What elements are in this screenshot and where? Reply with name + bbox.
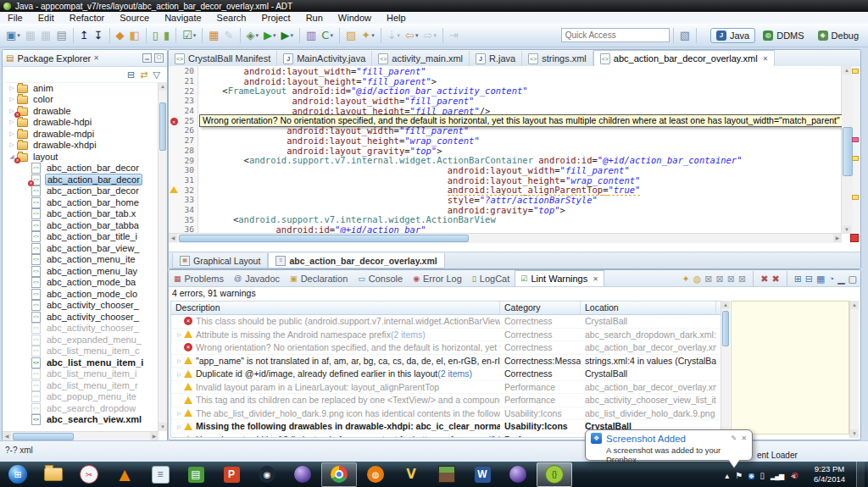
view-tab-declaration[interactable]: ▣Declaration (285, 271, 353, 286)
save-all-button[interactable]: ▦ (39, 27, 53, 44)
tree-item-abc_action_bar_title_i[interactable]: <>abc_action_bar_title_i (3, 231, 159, 243)
dropdown-arrow-icon[interactable]: ▾ (398, 32, 401, 39)
lightbulb-button[interactable]: ◍ (693, 274, 702, 285)
dropdown-arrow-icon[interactable]: ▾ (330, 32, 333, 39)
tree-item-abc_activity_chooser_[interactable]: <>abc_activity_chooser_ (3, 323, 159, 335)
lint-vertical-scrollbar[interactable]: ▲ ▼ (721, 301, 730, 438)
tree-item-abc_search_view.xml[interactable]: <>abc_search_view.xml (3, 414, 159, 426)
menu-window[interactable]: Window (331, 12, 379, 24)
dropbox-notification[interactable]: ❖ Screenshot Added ✎ ✕ A screenshot was … (585, 429, 753, 461)
collapse-all-button[interactable]: ⊟ (805, 274, 813, 285)
code-line-33[interactable]: 33 style="?attr/actionBarStyle" (169, 195, 842, 205)
notification-settings-icon[interactable]: ✎ (732, 434, 737, 442)
tree-item-abc_popup_menu_ite[interactable]: <>abc_popup_menu_ite (3, 391, 159, 403)
taskbar-windows-explorer-icon[interactable] (36, 463, 70, 486)
coverage-button[interactable]: ▥ (304, 27, 318, 44)
warning-marker[interactable] (852, 195, 859, 200)
tree-item-abc_action_menu_ite[interactable]: <>abc_action_menu_ite (3, 254, 159, 266)
tree-item-drawable-mdpi[interactable]: ▷drawable-mdpi (3, 128, 159, 140)
tree-item-abc_list_menu_item_i[interactable]: <>abc_list_menu_item_i (3, 357, 159, 368)
lint-row[interactable]: Invalid layout param in a LinearLayout: … (171, 381, 721, 395)
ignore-file-button[interactable]: ⊠ (716, 274, 724, 285)
run-lint-button[interactable]: ✦ (682, 274, 689, 285)
code-line-30[interactable]: 30 android:layout_width="fill_parent" (169, 165, 842, 175)
taskbar-powerpoint-icon[interactable]: P (214, 463, 248, 486)
editor-tab-strings-xml[interactable]: <>strings.xml (522, 51, 593, 66)
taskbar-chrome-icon[interactable] (321, 462, 357, 487)
editor-tab-abc-action-bar-decor-overlay-xml[interactable]: <>abc_action_bar_decor_overlay.xml✕ (593, 50, 775, 66)
menu-source[interactable]: Source (112, 12, 157, 24)
editor-tab-activity-main-xml[interactable]: <>activity_main.xml (372, 51, 470, 66)
open-type-button[interactable]: ▦ (207, 27, 220, 44)
taskbar-movie-maker-icon[interactable]: ▤ (179, 463, 213, 486)
columns-button[interactable]: ▦ (816, 274, 825, 285)
tray-show-hidden-icons-icon[interactable]: ▴ (725, 467, 729, 482)
tray-network-icon[interactable]: ▂▄▆ (771, 467, 783, 482)
tree-item-abc_action_mode_clo[interactable]: <>abc_action_mode_clo (3, 288, 159, 300)
items-link[interactable]: (2 items) (487, 434, 500, 438)
last-edit-location-button[interactable]: ⇥ (448, 27, 460, 44)
save-button[interactable]: ▦ (24, 27, 37, 44)
minimize-view-button[interactable]: ▁ (142, 53, 152, 63)
tree-item-abc_action_bar_decor[interactable]: <>abc_action_bar_decor (3, 163, 159, 174)
expand-arrow-icon[interactable]: ▷ (175, 357, 183, 363)
editor-overview-ruler[interactable]: ▲ ▼ (841, 66, 860, 234)
lint-row[interactable]: ▷"app_name" is not translated in af, am,… (171, 355, 721, 368)
lint-row[interactable]: ▷Duplicate id @+id/image, already define… (171, 368, 721, 381)
new-wizard-button[interactable]: ▣▾ (4, 27, 22, 44)
taskbar-snipping-tool-icon[interactable]: ✂ (72, 463, 106, 486)
code-line-31[interactable]: 31 android:layout_height="wrap_content" (169, 175, 842, 185)
remove-button[interactable]: ✖ (760, 274, 768, 285)
lint-row[interactable]: ✕This class should be public (android.su… (171, 315, 721, 329)
view-tab-problems[interactable]: ▦Problems (169, 271, 229, 286)
dropdown-arrow-icon[interactable]: ▾ (17, 32, 20, 39)
collapse-all-button[interactable]: ⊟ (127, 69, 135, 80)
minimize-view-button[interactable]: ▁ (837, 274, 844, 285)
view-close-icon[interactable]: ✕ (93, 54, 99, 62)
column-header-category[interactable]: Category (500, 302, 581, 314)
ignore-type-button[interactable]: ⊠ (704, 274, 712, 285)
tree-item-abc_expanded_menu_[interactable]: <>abc_expanded_menu_ (3, 334, 159, 346)
lint-row[interactable]: ✕Wrong orientation? No orientation speci… (171, 341, 721, 355)
menu-edit[interactable]: Edit (31, 12, 62, 24)
warning-marker[interactable] (852, 156, 859, 161)
menu-project[interactable]: Project (253, 12, 298, 24)
subtab-abc-action-bar-decor-overlay-xml[interactable]: ≡abc_action_bar_decor_overlay.xml (268, 253, 444, 268)
annotations-button[interactable]: ⇣▾ (386, 27, 402, 44)
tree-item-abc_action_menu_lay[interactable]: <>abc_action_menu_lay (3, 265, 159, 277)
collapsed-arrow-icon[interactable]: ▷ (8, 96, 16, 102)
taskbar-word-icon[interactable]: W (465, 463, 499, 486)
view-tab-console[interactable]: ▭Console (353, 271, 408, 286)
javadoc-wizard-button[interactable]: ✎ (223, 27, 236, 44)
maximize-view-button[interactable]: ▢ (154, 53, 164, 63)
dropdown-arrow-icon[interactable]: ▾ (193, 32, 197, 39)
dropdown-arrow-icon[interactable]: ▾ (273, 32, 276, 39)
debug-button[interactable]: ◈▾ (245, 27, 261, 44)
editor-tab-crystalball-manifest[interactable]: <>CrystalBall Manifest (169, 51, 277, 66)
lint-row[interactable]: ▷Attribute is missing the Android namesp… (171, 329, 721, 342)
taskbar-blender-icon[interactable]: ◍ (359, 463, 392, 486)
code-line-22[interactable]: 22 <FrameLayout android:id="@id/action_b… (169, 86, 842, 96)
code-line-35[interactable]: 35 <android.support.v7.internal.widget.A… (169, 214, 842, 224)
menu-navigate[interactable]: Navigate (157, 12, 209, 24)
expand-arrow-icon[interactable]: ▷ (175, 331, 183, 337)
tree-item-drawable-xhdpi[interactable]: ▷drawable-xhdpi (3, 140, 159, 152)
taskbar-start-icon[interactable]: ⊞ (1, 463, 35, 486)
open-perspective-button[interactable]: ▧ (678, 27, 692, 44)
code-line-34[interactable]: 34 android:gravity="top"> (169, 205, 842, 215)
menu-file[interactable]: File (0, 12, 31, 24)
perspective-debug[interactable]: ◈Debug (812, 28, 865, 43)
tree-item-abc_activity_chooser_[interactable]: <>abc_activity_chooser_ (3, 311, 159, 323)
tree-item-abc_action_bar_view_[interactable]: <>abc_action_bar_view_ (3, 242, 159, 254)
open-resource-button[interactable]: ▨ (344, 27, 358, 44)
close-tab-icon[interactable]: ✕ (763, 55, 769, 63)
taskbar-notepad-icon[interactable]: ≡ (143, 463, 177, 486)
tree-item-abc_list_menu_item_i[interactable]: <>abc_list_menu_item_i (3, 368, 159, 380)
collapsed-arrow-icon[interactable]: ▷ (8, 85, 16, 91)
taskbar-eclipse-2-icon[interactable] (501, 463, 535, 486)
ignore-all-button[interactable]: ⊠ (738, 274, 746, 285)
error-marker[interactable] (852, 137, 859, 142)
new-android-xml-button[interactable]: ◧ (128, 27, 142, 44)
tree-item-layout[interactable]: ◢✕layout (3, 151, 159, 163)
menu-refactor[interactable]: Refactor (62, 12, 113, 24)
